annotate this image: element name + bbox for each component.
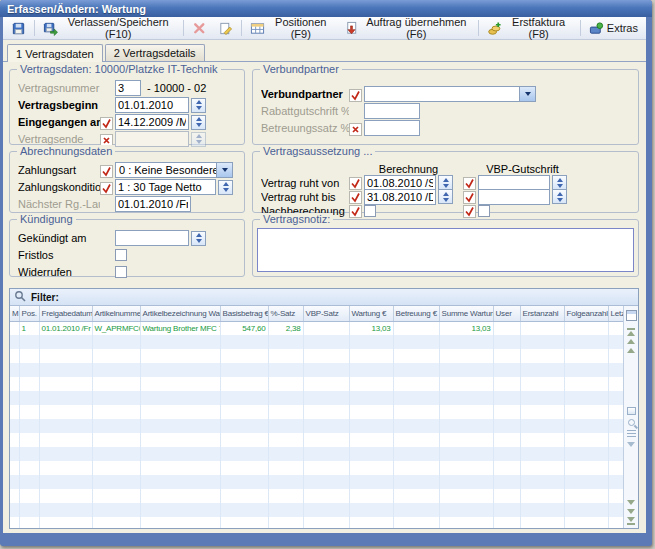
cleared-x-icon[interactable]	[349, 122, 362, 135]
column-header[interactable]: Betreuung €	[393, 306, 439, 321]
filter-funnel-icon[interactable]	[627, 442, 635, 447]
grid-cell	[92, 461, 140, 475]
grid-empty-row[interactable]	[10, 489, 623, 503]
auftrag-uebernehmen-button[interactable]: Auftrag übernehmen (F6)	[339, 18, 475, 38]
grid-empty-row[interactable]	[10, 433, 623, 447]
search-icon[interactable]	[628, 419, 635, 426]
nachberechnung-berechnung-checkbox[interactable]	[364, 205, 376, 217]
edited-check-icon[interactable]	[349, 204, 362, 217]
column-header[interactable]: Artikelnummer	[92, 306, 140, 321]
grid-empty-row[interactable]	[10, 517, 623, 528]
scroll-page-up-icon[interactable]	[627, 339, 635, 344]
column-header[interactable]: Freigabedatum	[39, 306, 92, 321]
rabattgutschrift-input[interactable]	[364, 103, 420, 119]
scroll-page-down-icon[interactable]	[627, 509, 635, 514]
scroll-down-icon[interactable]	[627, 500, 635, 505]
edited-check-icon[interactable]	[100, 181, 113, 194]
eingegangen-input[interactable]	[115, 114, 189, 130]
zahlungskondition-spinner[interactable]	[218, 180, 233, 195]
scroll-last-icon[interactable]	[627, 517, 635, 525]
edited-check-icon[interactable]	[463, 176, 476, 189]
grid-cell	[10, 335, 19, 349]
cleared-x-icon[interactable]	[100, 133, 113, 146]
column-header[interactable]: User	[493, 306, 520, 321]
column-header[interactable]: Basisbetrag €	[220, 306, 268, 321]
column-header[interactable]: Wartung €	[349, 306, 393, 321]
nachberechnung-vbp-checkbox[interactable]	[478, 205, 490, 217]
grid-cell	[92, 349, 140, 363]
betreuungssatz-input[interactable]	[364, 120, 420, 136]
erstfaktura-button[interactable]: Erstfaktura (F8)	[482, 18, 576, 38]
sort-icon[interactable]	[627, 430, 636, 438]
filter-magnifier-icon	[14, 288, 26, 306]
vertragsbeginn-input[interactable]	[115, 97, 189, 113]
grid-cell	[140, 461, 220, 475]
grid-empty-row[interactable]	[10, 335, 623, 349]
vertragsnotiz-textarea[interactable]	[257, 228, 634, 272]
ruht-bis-vbp-input[interactable]	[478, 189, 550, 205]
grid-data-row[interactable]: 101.01.2010 /FrW_APRMFC000Wartung Brothe…	[10, 321, 623, 335]
vertragsbeginn-spinner[interactable]	[191, 98, 206, 113]
gekuendigt-spinner[interactable]	[191, 231, 206, 246]
ruht-bis-vbp-spinner[interactable]	[552, 189, 567, 204]
grid-filter-bar[interactable]: Filter:	[10, 289, 638, 306]
grid-empty-row[interactable]	[10, 363, 623, 377]
grid-empty-row[interactable]	[10, 475, 623, 489]
edit-button[interactable]	[213, 18, 238, 38]
column-header[interactable]: Summe Wartung €	[439, 306, 493, 321]
dropdown-arrow-icon[interactable]	[216, 163, 232, 177]
grid-scrollbar[interactable]	[623, 306, 638, 528]
edited-check-icon[interactable]	[349, 88, 362, 101]
edited-check-icon[interactable]	[463, 204, 476, 217]
grid-cell: 13,03	[349, 321, 393, 335]
grid-empty-row[interactable]	[10, 461, 623, 475]
edited-check-icon[interactable]	[349, 190, 362, 203]
verlassen-speichern-button[interactable]: Verlassen/Speichern (F10)	[38, 18, 180, 38]
grid-view-icon[interactable]	[627, 407, 636, 415]
edited-check-icon[interactable]	[463, 190, 476, 203]
fristlos-checkbox[interactable]	[115, 249, 127, 261]
verbundpartner-select[interactable]	[364, 86, 536, 102]
grid-empty-row[interactable]	[10, 447, 623, 461]
column-chooser-icon[interactable]	[626, 307, 637, 325]
edited-check-icon[interactable]	[100, 116, 113, 129]
widerrufen-checkbox[interactable]	[115, 266, 127, 278]
tab-vertragsdaten[interactable]: 1 Vertragsdaten	[7, 44, 103, 62]
edited-check-icon[interactable]	[100, 164, 113, 177]
column-header[interactable]: Letzte	[608, 306, 623, 321]
vertragsnummer-input[interactable]	[115, 80, 141, 96]
zahlungskondition-input[interactable]	[115, 179, 216, 195]
grid-empty-row[interactable]	[10, 503, 623, 517]
column-header[interactable]: Pos.	[19, 306, 39, 321]
gekuendigt-input[interactable]	[115, 230, 189, 246]
column-header[interactable]: Folgeanzahl	[564, 306, 608, 321]
ruht-bis-berechnung-input[interactable]	[364, 189, 436, 205]
column-header[interactable]: Artikelbezeichnung Wartung	[140, 306, 220, 321]
positionen-button[interactable]: Positionen (F9)	[245, 18, 338, 38]
save-button[interactable]	[6, 18, 31, 38]
grid-empty-row[interactable]	[10, 349, 623, 363]
zahlungsart-select[interactable]: 0 : Keine Besondere	[115, 162, 233, 178]
edited-check-icon[interactable]	[349, 176, 362, 189]
grid-empty-row[interactable]	[10, 377, 623, 391]
grid-empty-row[interactable]	[10, 419, 623, 433]
tab-vertragsdaten-label: 1 Vertragsdaten	[16, 48, 94, 60]
verlassen-speichern-label: Verlassen/Speichern (F10)	[61, 16, 175, 40]
delete-button[interactable]	[187, 18, 212, 38]
eingegangen-spinner[interactable]	[191, 115, 206, 130]
tab-vertragsdetails[interactable]: 2 Vertragsdetails	[105, 44, 205, 61]
extras-button[interactable]: Extras	[584, 18, 643, 38]
column-header[interactable]: VBP-Satz	[303, 306, 349, 321]
grid-cell	[10, 419, 19, 433]
column-header[interactable]: %-Satz	[268, 306, 303, 321]
ruht-bis-berechnung-spinner[interactable]	[438, 189, 453, 204]
scroll-up-icon[interactable]	[627, 348, 635, 353]
column-header[interactable]: M	[10, 306, 19, 321]
grid-empty-row[interactable]	[10, 405, 623, 419]
grid-cell	[140, 335, 220, 349]
column-header[interactable]: Erstanzahl	[520, 306, 564, 321]
scroll-first-icon[interactable]	[627, 328, 635, 336]
grid-empty-row[interactable]	[10, 391, 623, 405]
grid-cell	[520, 433, 564, 447]
dropdown-arrow-icon[interactable]	[519, 87, 535, 101]
